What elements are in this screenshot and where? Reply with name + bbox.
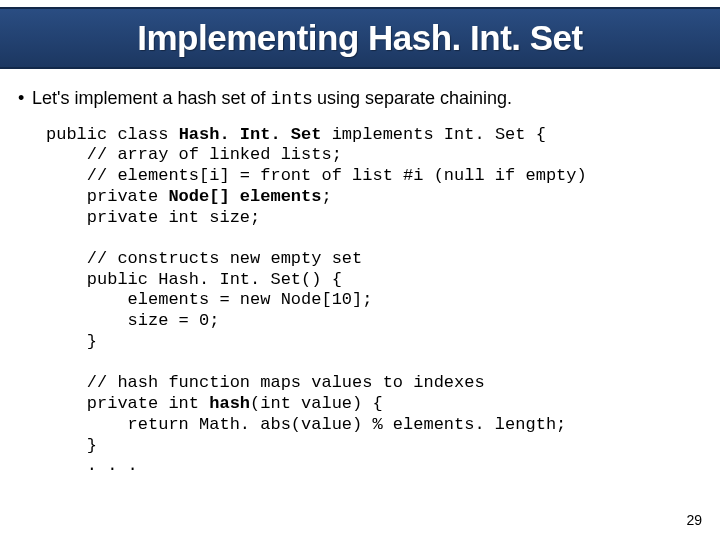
bullet-mono: int xyxy=(271,89,303,109)
code-l1b: Hash. Int. Set xyxy=(179,125,322,144)
bullet-pre: Let's implement a hash set of xyxy=(32,88,271,108)
code-l4b: Node[] elements xyxy=(168,187,321,206)
code-l1c: implements Int. Set { xyxy=(321,125,545,144)
code-l9: size = 0; xyxy=(46,311,219,330)
bullet-dot-icon: • xyxy=(18,88,32,109)
code-block: public class Hash. Int. Set implements I… xyxy=(46,125,702,477)
code-l4a: private xyxy=(46,187,168,206)
code-l13: return Math. abs(value) % elements. leng… xyxy=(46,415,566,434)
slide-body: • Let's implement a hash set of ints usi… xyxy=(18,88,702,477)
code-l7: public Hash. Int. Set() { xyxy=(46,270,342,289)
slide: Implementing Hash. Int. Set • Let's impl… xyxy=(0,0,720,540)
title-band: Implementing Hash. Int. Set xyxy=(0,7,720,69)
code-l12a: private int xyxy=(46,394,209,413)
code-l1a: public class xyxy=(46,125,179,144)
code-l15: . . . xyxy=(46,456,138,475)
code-l6: // constructs new empty set xyxy=(46,249,362,268)
code-l12c: (int value) { xyxy=(250,394,383,413)
bullet-post: s using separate chaining. xyxy=(303,88,512,108)
slide-title: Implementing Hash. Int. Set xyxy=(137,18,582,58)
code-l11: // hash function maps values to indexes xyxy=(46,373,485,392)
code-l4c: ; xyxy=(321,187,331,206)
code-l12b: hash xyxy=(209,394,250,413)
bullet-text: Let's implement a hash set of ints using… xyxy=(32,88,702,111)
bullet-item: • Let's implement a hash set of ints usi… xyxy=(18,88,702,111)
code-blank2 xyxy=(46,353,56,372)
code-l5: private int size; xyxy=(46,208,260,227)
code-l2: // array of linked lists; xyxy=(46,145,342,164)
code-l10: } xyxy=(46,332,97,351)
page-number: 29 xyxy=(686,512,702,528)
code-l3: // elements[i] = front of list #i (null … xyxy=(46,166,587,185)
code-l8: elements = new Node[10]; xyxy=(46,290,372,309)
code-l14: } xyxy=(46,436,97,455)
code-blank1 xyxy=(46,228,56,247)
